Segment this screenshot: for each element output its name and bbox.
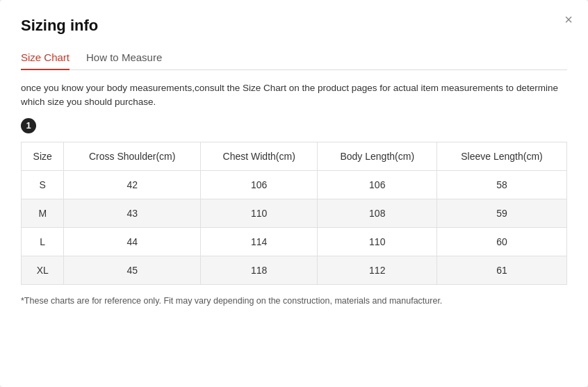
table-cell-0-4: 58 <box>437 170 567 199</box>
table-cell-2-1: 44 <box>64 227 201 256</box>
table-row: M4311010859 <box>22 199 567 227</box>
table-cell-3-1: 45 <box>64 256 201 284</box>
table-cell-1-1: 43 <box>64 199 201 227</box>
table-cell-1-3: 108 <box>318 199 437 227</box>
table-cell-2-0: L <box>22 227 64 256</box>
col-header-sleeve: Sleeve Length(cm) <box>437 142 567 170</box>
close-button[interactable]: × <box>564 13 573 26</box>
table-cell-3-3: 112 <box>318 256 437 284</box>
table-cell-1-4: 59 <box>437 199 567 227</box>
description-text: once you know your body measurements,con… <box>21 81 567 110</box>
table-cell-1-2: 110 <box>200 199 317 227</box>
tab-size-chart[interactable]: Size Chart <box>21 46 70 70</box>
table-row: S4210610658 <box>22 170 567 199</box>
col-header-chest: Chest Width(cm) <box>200 142 317 170</box>
size-table: Size Cross Shoulder(cm) Chest Width(cm) … <box>21 142 567 285</box>
modal: Sizing info × Size Chart How to Measure … <box>0 0 588 387</box>
table-cell-2-4: 60 <box>437 227 567 256</box>
table-cell-2-3: 110 <box>318 227 437 256</box>
tab-how-to-measure[interactable]: How to Measure <box>86 46 162 70</box>
modal-title: Sizing info <box>21 17 567 35</box>
table-cell-3-0: XL <box>22 256 64 284</box>
col-header-shoulder: Cross Shoulder(cm) <box>64 142 201 170</box>
table-cell-0-2: 106 <box>200 170 317 199</box>
table-cell-2-2: 114 <box>200 227 317 256</box>
table-cell-1-0: M <box>22 199 64 227</box>
col-header-size: Size <box>22 142 64 170</box>
table-cell-0-1: 42 <box>64 170 201 199</box>
table-cell-0-3: 106 <box>318 170 437 199</box>
table-cell-0-0: S <box>22 170 64 199</box>
step-badge: 1 <box>21 118 36 133</box>
table-row: L4411411060 <box>22 227 567 256</box>
footnote-text: *These charts are for reference only. Fi… <box>21 296 567 306</box>
table-header-row: Size Cross Shoulder(cm) Chest Width(cm) … <box>22 142 567 170</box>
table-cell-3-2: 118 <box>200 256 317 284</box>
table-cell-3-4: 61 <box>437 256 567 284</box>
tab-bar: Size Chart How to Measure <box>21 46 567 70</box>
table-row: XL4511811261 <box>22 256 567 284</box>
col-header-body: Body Length(cm) <box>318 142 437 170</box>
